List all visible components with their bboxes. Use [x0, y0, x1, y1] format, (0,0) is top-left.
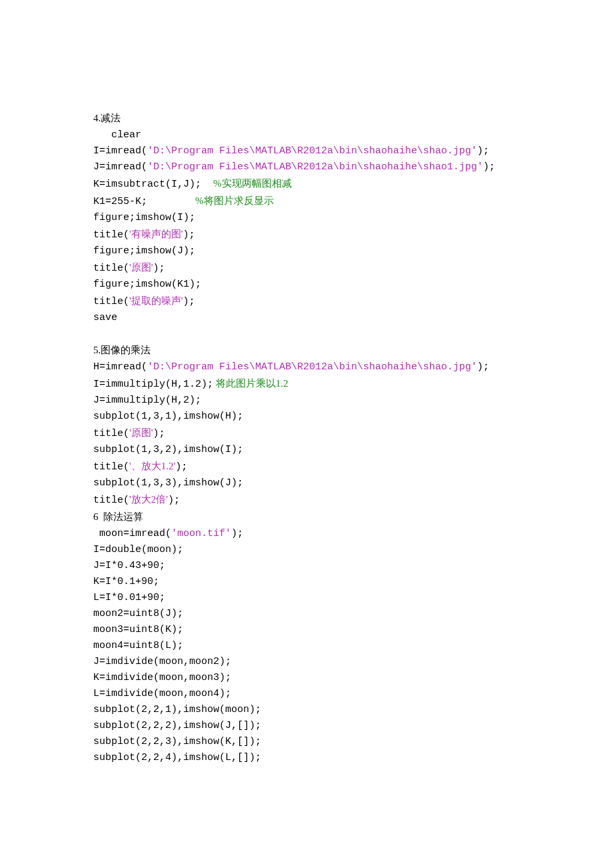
text: I=immultiply(H,1.2); [93, 379, 213, 390]
text: figure;imshow(I); [93, 212, 195, 223]
text: ); [175, 461, 187, 473]
text: subplot(2,2,3),imshow(K,[]); [93, 736, 261, 747]
code-line: moon3=uint8(K); [93, 622, 520, 638]
text: 6 除法运算 [93, 511, 143, 522]
text: ); [153, 263, 165, 274]
text: I=double(moon); [93, 544, 183, 555]
code-line: clear [93, 127, 520, 143]
string: 'D:\Program Files\MATLAB\R2012a\bin\shao… [147, 161, 483, 173]
code-line: L=I*0.01+90; [93, 590, 520, 606]
code-line: subplot(2,2,3),imshow(K,[]); [93, 734, 520, 750]
comment: %将图片求反显示 [195, 195, 274, 206]
string: 'moon.tif' [171, 528, 231, 539]
text: title( [93, 461, 129, 473]
text: 4.减法 [93, 113, 121, 123]
text: moon3=uint8(K); [93, 624, 183, 635]
text: moon=imread( [99, 528, 171, 539]
code-line: J=immultiply(H,2); [93, 393, 520, 409]
code-line: K=I*0.1+90; [93, 574, 520, 590]
code-line: subplot(1,3,1),imshow(H); [93, 409, 520, 425]
code-line: L=imdivide(moon,moon4); [93, 686, 520, 702]
text: ); [183, 296, 195, 307]
text: ); [153, 428, 165, 439]
code-line: H=imread('D:\Program Files\MATLAB\R2012a… [93, 359, 520, 375]
text: 5.图像的乘法 [93, 345, 151, 355]
text: figure;imshow(J); [93, 245, 195, 257]
code-line: K=imsubtract(I,J); %实现两幅图相减 [93, 175, 520, 193]
text: subplot(2,2,4),imshow(L,[]); [93, 752, 261, 763]
text: ); [477, 145, 489, 157]
text: moon2=uint8(J); [93, 608, 183, 619]
code-line: figure;imshow(K1); [93, 277, 520, 293]
code-line: title('放大2倍'); [93, 491, 520, 509]
code-line: title('有噪声的图'); [93, 226, 520, 243]
text: subplot(2,2,1),imshow(moon); [93, 704, 261, 715]
text: subplot(1,3,1),imshow(H); [93, 411, 243, 422]
text: J=imread( [93, 161, 147, 173]
code-line: K1=255-K; %将图片求反显示 [93, 193, 520, 210]
text: title( [93, 495, 129, 506]
text: H=imread( [93, 361, 147, 373]
code-line: J=imdivide(moon,moon2); [93, 654, 520, 670]
code-line: I=double(moon); [93, 542, 520, 558]
code-line: subplot(1,3,2),imshow(I); [93, 442, 520, 458]
code-line: title('原图'); [93, 259, 520, 277]
section6-title: 6 除法运算 [93, 509, 520, 526]
code-line: subplot(2,2,4),imshow(L,[]); [93, 750, 520, 766]
code-line: title('原图'); [93, 425, 520, 442]
text: J=I*0.43+90; [93, 560, 165, 571]
text: K1=255-K; [93, 196, 195, 207]
string: '原图' [129, 262, 153, 273]
string: '有噪声的图' [129, 229, 183, 239]
spacer [93, 326, 520, 342]
text: subplot(2,2,2),imshow(J,[]); [93, 720, 261, 731]
string: '提取的噪声' [129, 295, 183, 306]
code-line: I=imread('D:\Program Files\MATLAB\R2012a… [93, 143, 520, 159]
string: '放大2倍' [129, 494, 168, 505]
section4-title: 4.减法 [93, 110, 520, 127]
string: 'D:\Program Files\MATLAB\R2012a\bin\shao… [147, 145, 477, 157]
string: '、放大1.2' [129, 461, 175, 471]
text: L=imdivide(moon,moon4); [93, 688, 231, 699]
code-line: moon2=uint8(J); [93, 606, 520, 622]
code-line: subplot(1,3,3),imshow(J); [93, 475, 520, 491]
text: subplot(1,3,3),imshow(J); [93, 477, 243, 489]
text: L=I*0.01+90; [93, 592, 165, 603]
code-line: figure;imshow(J); [93, 243, 520, 259]
code-line: title('、放大1.2'); [93, 458, 520, 475]
text: I=imread( [93, 145, 147, 157]
comment: %实现两幅图相减 [213, 178, 292, 189]
text: subplot(1,3,2),imshow(I); [93, 444, 243, 455]
code-line: subplot(2,2,1),imshow(moon); [93, 702, 520, 718]
text: J=imdivide(moon,moon2); [93, 656, 231, 667]
string: 'D:\Program Files\MATLAB\R2012a\bin\shao… [147, 361, 477, 373]
code-line: moon4=uint8(L); [93, 638, 520, 654]
code-line: J=I*0.43+90; [93, 558, 520, 574]
text: J=immultiply(H,2); [93, 395, 201, 406]
text: figure;imshow(K1); [93, 279, 201, 290]
text: save [93, 312, 117, 323]
code-line: title('提取的噪声'); [93, 293, 520, 310]
text: title( [93, 428, 129, 439]
text: K=imsubtract(I,J); [93, 179, 213, 190]
text: title( [93, 296, 129, 307]
code-line: moon=imread('moon.tif'); [93, 526, 520, 542]
code-line: K=imdivide(moon,moon3); [93, 670, 520, 686]
text: K=imdivide(moon,moon3); [93, 672, 231, 683]
text: title( [93, 229, 129, 241]
text: ); [168, 495, 180, 506]
code-line: save [93, 310, 520, 326]
comment: 将此图片乘以1.2 [213, 378, 289, 389]
code-line: I=immultiply(H,1.2); 将此图片乘以1.2 [93, 375, 520, 393]
code-line: J=imread('D:\Program Files\MATLAB\R2012a… [93, 159, 520, 175]
text: ); [231, 528, 243, 539]
text: K=I*0.1+90; [93, 576, 159, 587]
code-line: figure;imshow(I); [93, 210, 520, 226]
text: ); [483, 161, 495, 173]
text: ); [183, 229, 195, 241]
text: clear [111, 129, 141, 141]
code-line: subplot(2,2,2),imshow(J,[]); [93, 718, 520, 734]
text: moon4=uint8(L); [93, 640, 183, 651]
string: '原图' [129, 427, 153, 438]
text: ); [477, 361, 489, 373]
